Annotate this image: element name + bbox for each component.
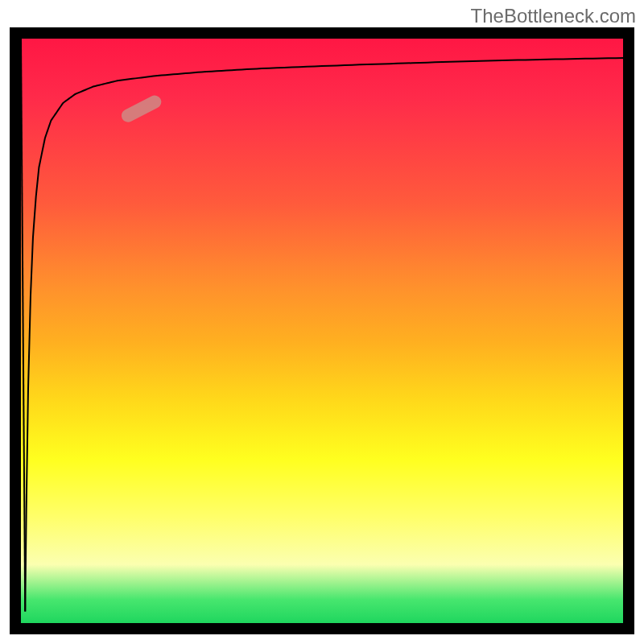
frame-right <box>623 27 634 634</box>
curve-down-stroke <box>21 39 25 611</box>
plot-area <box>10 27 634 634</box>
curve-main <box>25 58 623 612</box>
curve-marker-icon <box>119 93 163 125</box>
watermark-text: TheBottleneck.com <box>471 5 636 27</box>
frame-left <box>10 27 21 634</box>
frame-bottom <box>10 623 634 634</box>
frame-top <box>10 27 634 39</box>
svg-rect-0 <box>119 93 163 125</box>
chart-stage: TheBottleneck.com <box>0 0 644 644</box>
curve-svg <box>21 39 623 623</box>
